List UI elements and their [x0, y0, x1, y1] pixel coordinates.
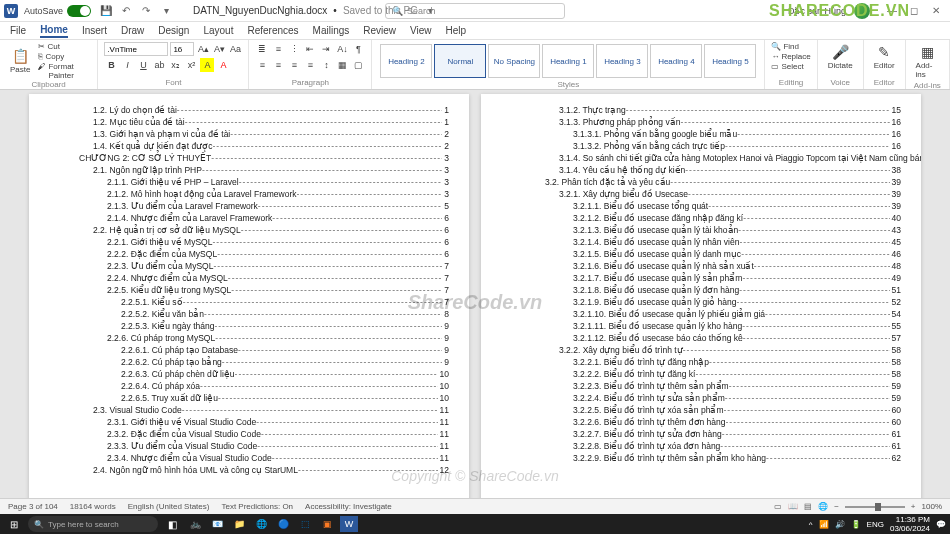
addins-button[interactable]: ▦Add-ins: [912, 42, 943, 81]
taskbar-word[interactable]: W: [340, 516, 358, 532]
italic-button[interactable]: I: [120, 58, 134, 72]
taskbar-chrome[interactable]: 🔵: [274, 516, 292, 532]
increase-indent-icon[interactable]: ⇥: [319, 42, 333, 56]
tray-chevron-icon[interactable]: ^: [809, 520, 813, 529]
select-button[interactable]: ▭ Select: [771, 62, 810, 71]
styles-gallery[interactable]: Heading 2NormalNo SpacingHeading 1Headin…: [378, 42, 758, 80]
language-indicator[interactable]: English (United States): [128, 502, 210, 511]
zoom-level[interactable]: 100%: [922, 502, 942, 511]
page-left[interactable]: 1.2. Lý do chọn đề tài -----------------…: [29, 94, 469, 510]
taskbar-explorer[interactable]: 📁: [230, 516, 248, 532]
font-size-select[interactable]: 16: [170, 42, 194, 56]
find-button[interactable]: 🔍 Find: [771, 42, 810, 51]
read-mode-icon[interactable]: 📖: [788, 502, 798, 511]
style-heading-5[interactable]: Heading 5: [704, 44, 756, 78]
cut-button[interactable]: ✂ Cut: [38, 42, 91, 51]
align-left-icon[interactable]: ≡: [255, 58, 269, 72]
justify-icon[interactable]: ≡: [303, 58, 317, 72]
language-tray[interactable]: ENG: [867, 520, 884, 529]
style-normal[interactable]: Normal: [434, 44, 486, 78]
bold-button[interactable]: B: [104, 58, 118, 72]
numbering-icon[interactable]: ≡: [271, 42, 285, 56]
notifications-icon[interactable]: 💬: [936, 520, 946, 529]
web-layout-icon[interactable]: 🌐: [818, 502, 828, 511]
filename: DATN_NguyenDucNghia.docx: [193, 5, 327, 16]
paragraph-group: ≣ ≡ ⋮ ⇤ ⇥ A↓ ¶ ≡ ≡ ≡ ≡ ↕ ▦ ▢ Paragraph: [249, 40, 372, 89]
multilevel-icon[interactable]: ⋮: [287, 42, 301, 56]
superscript-button[interactable]: x²: [184, 58, 198, 72]
replace-button[interactable]: ↔ Replace: [771, 52, 810, 61]
zoom-out-icon[interactable]: −: [834, 502, 839, 511]
tab-insert[interactable]: Insert: [82, 25, 107, 36]
autosave-toggle[interactable]: AutoSave: [24, 5, 91, 17]
zoom-slider[interactable]: [845, 506, 905, 508]
word-count[interactable]: 18164 words: [70, 502, 116, 511]
save-icon[interactable]: 💾: [99, 4, 113, 18]
line-spacing-icon[interactable]: ↕: [319, 58, 333, 72]
close-icon[interactable]: ✕: [926, 5, 946, 16]
shading-icon[interactable]: ▦: [335, 58, 349, 72]
show-marks-icon[interactable]: ¶: [351, 42, 365, 56]
page-right[interactable]: 3.1.2. Thực trạng ----------------------…: [481, 94, 921, 510]
bullets-icon[interactable]: ≣: [255, 42, 269, 56]
tab-design[interactable]: Design: [158, 25, 189, 36]
highlight-icon[interactable]: A: [200, 58, 214, 72]
dictate-button[interactable]: 🎤Dictate: [824, 42, 857, 72]
taskbar-xampp[interactable]: ▣: [318, 516, 336, 532]
text-predictions[interactable]: Text Predictions: On: [221, 502, 293, 511]
subscript-button[interactable]: x₂: [168, 58, 182, 72]
search-input[interactable]: 🔍 Search: [385, 3, 565, 19]
tab-draw[interactable]: Draw: [121, 25, 144, 36]
align-right-icon[interactable]: ≡: [287, 58, 301, 72]
volume-icon[interactable]: 🔊: [835, 520, 845, 529]
taskbar-app-2[interactable]: 📧: [208, 516, 226, 532]
grow-font-icon[interactable]: A▴: [196, 42, 210, 56]
task-view-icon[interactable]: ◧: [162, 516, 182, 532]
undo-icon[interactable]: ↶: [119, 4, 133, 18]
strike-button[interactable]: ab: [152, 58, 166, 72]
zoom-in-icon[interactable]: +: [911, 502, 916, 511]
battery-icon[interactable]: 🔋: [851, 520, 861, 529]
tab-mailings[interactable]: Mailings: [313, 25, 350, 36]
sort-icon[interactable]: A↓: [335, 42, 349, 56]
shrink-font-icon[interactable]: A▾: [212, 42, 226, 56]
tab-file[interactable]: File: [10, 25, 26, 36]
taskbar-app-1[interactable]: 🚲: [186, 516, 204, 532]
decrease-indent-icon[interactable]: ⇤: [303, 42, 317, 56]
taskbar-search[interactable]: 🔍 Type here to search: [28, 516, 158, 532]
underline-button[interactable]: U: [136, 58, 150, 72]
style-heading-1[interactable]: Heading 1: [542, 44, 594, 78]
wifi-icon[interactable]: 📶: [819, 520, 829, 529]
borders-icon[interactable]: ▢: [351, 58, 365, 72]
clock-time[interactable]: 11:36 PM: [890, 515, 930, 524]
copy-button[interactable]: ⎘ Copy: [38, 52, 91, 61]
change-case-icon[interactable]: Aa: [228, 42, 242, 56]
start-button[interactable]: ⊞: [4, 516, 24, 532]
font-color-icon[interactable]: A: [216, 58, 230, 72]
tab-references[interactable]: References: [247, 25, 298, 36]
qat-dropdown-icon[interactable]: ▾: [159, 4, 173, 18]
accessibility[interactable]: Accessibility: Investigate: [305, 502, 392, 511]
align-center-icon[interactable]: ≡: [271, 58, 285, 72]
tab-help[interactable]: Help: [446, 25, 467, 36]
font-name-select[interactable]: .VnTime: [104, 42, 168, 56]
redo-icon[interactable]: ↷: [139, 4, 153, 18]
format-painter-button[interactable]: 🖌 Format Painter: [38, 62, 91, 80]
style-no-spacing[interactable]: No Spacing: [488, 44, 540, 78]
toggle-switch-icon[interactable]: [67, 5, 91, 17]
style-heading-2[interactable]: Heading 2: [380, 44, 432, 78]
style-heading-4[interactable]: Heading 4: [650, 44, 702, 78]
page-indicator[interactable]: Page 3 of 104: [8, 502, 58, 511]
focus-mode-icon[interactable]: ▭: [774, 502, 782, 511]
clock-date[interactable]: 03/06/2024: [890, 524, 930, 533]
paste-button[interactable]: 📋Paste: [6, 46, 34, 76]
tab-layout[interactable]: Layout: [203, 25, 233, 36]
tab-home[interactable]: Home: [40, 24, 68, 38]
print-layout-icon[interactable]: ▤: [804, 502, 812, 511]
taskbar-vscode[interactable]: ⬚: [296, 516, 314, 532]
style-heading-3[interactable]: Heading 3: [596, 44, 648, 78]
tab-review[interactable]: Review: [363, 25, 396, 36]
editor-button[interactable]: ✎Editor: [870, 42, 899, 72]
tab-view[interactable]: View: [410, 25, 432, 36]
taskbar-edge[interactable]: 🌐: [252, 516, 270, 532]
